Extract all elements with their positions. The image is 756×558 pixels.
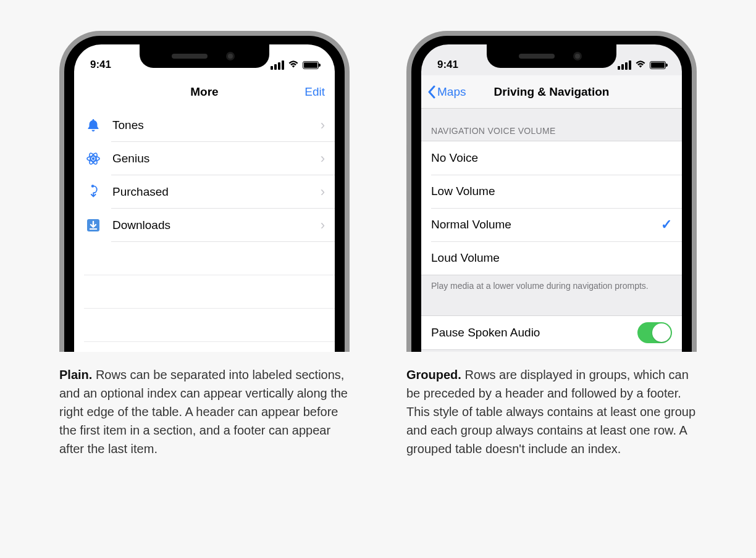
row-tones[interactable]: Tones › [74,109,335,142]
phone-frame: 9:41 Maps [406,31,697,352]
nav-title: Driving & Navigation [494,85,610,99]
option-label: No Voice [431,151,672,165]
battery-icon [303,61,319,69]
chevron-right-icon: › [321,217,325,233]
plain-table: Tones › Genius › Purchased [74,109,335,342]
checkmark-icon: ✓ [661,217,672,233]
toggle-switch[interactable] [637,322,672,343]
section-header: NAVIGATION VOICE VOLUME [421,109,682,141]
bell-icon [84,118,103,133]
chevron-right-icon: › [321,151,325,167]
nav-bar: Maps Driving & Navigation [421,75,682,109]
caption-plain: Plain. Rows can be separated into labele… [59,365,350,458]
option-label: Normal Volume [431,218,661,231]
chevron-right-icon: › [321,184,325,200]
pause-audio-group: Pause Spoken Audio [421,315,682,350]
option-low-volume[interactable]: Low Volume [421,175,682,208]
row-label: Downloads [112,219,321,232]
notch [487,44,616,68]
caption-grouped: Grouped. Rows are displayed in groups, w… [406,365,697,458]
svg-rect-6 [90,228,97,230]
wifi-icon [635,60,646,70]
row-pause-spoken-audio[interactable]: Pause Spoken Audio [421,316,682,349]
section-footer: Play media at a lower volume during navi… [421,275,682,298]
cellular-icon [618,60,631,70]
example-plain: 9:41 More Edit [49,31,359,458]
edit-button[interactable]: Edit [304,85,325,99]
option-label: Low Volume [431,185,672,198]
svg-point-3 [92,157,94,160]
notch [140,44,269,68]
row-purchased[interactable]: Purchased › [74,175,335,209]
status-time: 9:41 [437,59,458,71]
row-label: Genius [112,152,321,165]
purchased-icon [84,184,103,200]
option-loud-volume[interactable]: Loud Volume [421,241,682,275]
download-icon [84,219,103,232]
row-label: Purchased [112,185,321,199]
cellular-icon [271,60,284,70]
example-grouped: 9:41 Maps [397,31,707,458]
option-no-voice[interactable]: No Voice [421,141,682,175]
option-normal-volume[interactable]: Normal Volume ✓ [421,208,682,241]
atom-icon [84,151,103,166]
nav-title: More [190,85,218,99]
status-time: 9:41 [90,59,111,71]
row-genius[interactable]: Genius › [74,142,335,175]
nav-bar: More Edit [74,75,335,109]
chevron-right-icon: › [321,117,325,133]
option-label: Loud Volume [431,251,672,265]
row-downloads[interactable]: Downloads › [74,209,335,242]
row-label: Tones [112,119,321,132]
phone-frame: 9:41 More Edit [59,31,350,352]
svg-point-4 [91,185,94,187]
volume-group: No Voice Low Volume Normal Volume ✓ Loud… [421,141,682,275]
back-button[interactable]: Maps [427,85,466,99]
battery-icon [650,61,666,69]
wifi-icon [288,60,299,70]
chevron-left-icon [427,85,436,99]
row-label: Pause Spoken Audio [431,326,637,339]
